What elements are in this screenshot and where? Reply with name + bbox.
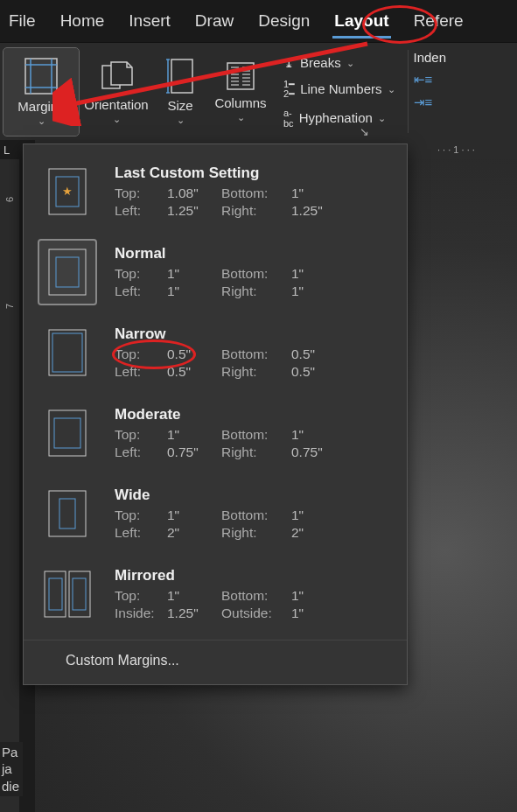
size-label: Size <box>167 98 192 113</box>
tab-draw[interactable]: Draw <box>193 6 235 36</box>
ruler-v-mark: 6 <box>4 197 15 202</box>
chevron-down-icon: ⌄ <box>38 116 45 127</box>
svg-rect-26 <box>49 249 86 295</box>
ribbon-tabbar: File Home Insert Draw Design Layout Refe… <box>0 0 517 42</box>
margin-preview-icon <box>48 248 87 296</box>
breaks-button[interactable]: ⤓ Breaks ⌄ <box>276 52 402 74</box>
svg-rect-37 <box>73 578 86 610</box>
svg-rect-35 <box>49 578 62 610</box>
svg-rect-28 <box>49 330 86 375</box>
tab-home[interactable]: Home <box>59 6 107 36</box>
svg-rect-27 <box>56 257 79 287</box>
line-numbers-button[interactable]: 1━2━ Line Numbers ⌄ <box>276 77 402 102</box>
margin-option-wide[interactable]: Wide Top:1"Bottom:1" Left:2"Right:2" <box>24 473 407 554</box>
svg-rect-29 <box>52 333 82 372</box>
page-setup-small: ⤓ Breaks ⌄ 1━2━ Line Numbers ⌄ a-bc Hyph… <box>275 49 404 135</box>
svg-text:★: ★ <box>62 185 73 198</box>
columns-icon <box>225 60 256 92</box>
page-setup-group: Margins ⌄ Orientation ⌄ Size ⌄ <box>0 43 408 140</box>
chevron-down-icon: ⌄ <box>113 114 121 125</box>
tab-file[interactable]: File <box>7 6 38 36</box>
margin-option-narrow[interactable]: Narrow Top:0.5"Bottom:0.5" Left:0.5"Righ… <box>24 312 407 393</box>
ribbon: Margins ⌄ Orientation ⌄ Size ⌄ <box>0 42 517 140</box>
orientation-label: Orientation <box>84 97 148 112</box>
svg-rect-6 <box>171 60 192 93</box>
svg-rect-33 <box>59 499 75 528</box>
hyphenation-button[interactable]: a-bc Hyphenation ⌄ <box>276 105 402 131</box>
paragraph-group: Inden ⇤≡ ⇥≡ <box>409 43 452 140</box>
chevron-down-icon: ⌄ <box>237 112 245 123</box>
margins-dropdown: ★ Last Custom Setting Top:1.08"Bottom:1"… <box>23 144 408 685</box>
columns-label: Columns <box>214 95 266 110</box>
breaks-label: Breaks <box>300 55 341 70</box>
margin-option-mirrored[interactable]: Mirrored Top:1"Bottom:1" Inside:1.25"Out… <box>24 554 407 634</box>
tab-layout[interactable]: Layout <box>332 6 390 36</box>
indent-right-button[interactable]: ⇥≡ <box>414 94 447 110</box>
size-button[interactable]: Size ⌄ <box>154 48 206 136</box>
custom-margins-button[interactable]: Custom Margins... <box>24 640 407 677</box>
margins-icon <box>24 57 59 95</box>
ruler-vertical[interactable]: 6 7 <box>0 159 19 812</box>
chevron-down-icon: ⌄ <box>177 115 185 126</box>
margin-preview-icon: ★ <box>48 168 87 215</box>
option-title: Mirrored <box>115 567 391 584</box>
hyphenation-icon: a-bc <box>283 108 294 129</box>
margins-button[interactable]: Margins ⌄ <box>3 48 79 136</box>
tab-references[interactable]: Refere <box>412 6 465 36</box>
indent-label: Inden <box>414 50 447 65</box>
indent-right-icon: ⇥≡ <box>414 94 433 110</box>
indent-left-icon: ⇤≡ <box>414 72 433 88</box>
chevron-down-icon: ⌄ <box>346 58 354 69</box>
option-title: Last Custom Setting <box>115 164 391 182</box>
chevron-down-icon: ⌄ <box>388 84 395 95</box>
left-edge-fragment: Pa ja die <box>0 742 23 797</box>
svg-rect-31 <box>54 418 80 448</box>
margin-option-last-custom[interactable]: ★ Last Custom Setting Top:1.08"Bottom:1"… <box>24 151 407 232</box>
option-title: Narrow <box>115 326 391 343</box>
tab-design[interactable]: Design <box>256 6 311 36</box>
margins-label: Margins <box>17 99 64 114</box>
option-title: Moderate <box>115 406 391 424</box>
orientation-button[interactable]: Orientation ⌄ <box>79 48 154 136</box>
dialog-launcher-icon[interactable]: ↘ <box>360 125 369 138</box>
orientation-icon <box>99 59 134 94</box>
svg-rect-32 <box>49 491 86 536</box>
ruler-v-mark: 7 <box>4 304 15 309</box>
chevron-down-icon: ⌄ <box>378 113 386 124</box>
tab-insert[interactable]: Insert <box>127 6 172 36</box>
columns-button[interactable]: Columns ⌄ <box>206 48 275 136</box>
margin-preview-icon <box>48 490 87 537</box>
margin-option-moderate[interactable]: Moderate Top:1"Bottom:1" Left:0.75"Right… <box>24 393 407 473</box>
size-icon <box>166 58 194 94</box>
breaks-icon: ⤓ <box>283 55 295 71</box>
option-title: Normal <box>115 245 391 262</box>
line-numbers-label: Line Numbers <box>300 81 381 96</box>
margin-preview-icon <box>48 329 87 376</box>
indent-left-button[interactable]: ⇤≡ <box>414 72 447 88</box>
line-numbers-icon: 1━2━ <box>283 80 295 99</box>
ruler-corner: L <box>3 144 10 157</box>
margin-preview-icon <box>44 570 91 618</box>
hyphenation-label: Hyphenation <box>299 110 373 125</box>
margin-option-normal[interactable]: Normal Top:1"Bottom:1" Left:1"Right:1" <box>24 232 407 312</box>
margin-preview-icon <box>48 410 87 457</box>
ruler-h-mark: 1 <box>453 144 458 155</box>
option-title: Wide <box>115 486 391 504</box>
